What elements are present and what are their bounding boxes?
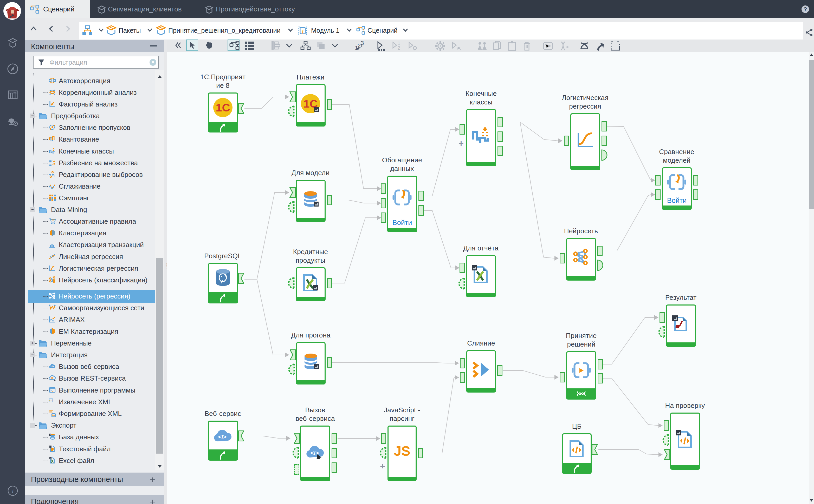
svg-text:JS: JS (394, 444, 410, 459)
svg-text:1С: 1С (216, 101, 230, 114)
svg-text:</>: </> (218, 434, 227, 440)
